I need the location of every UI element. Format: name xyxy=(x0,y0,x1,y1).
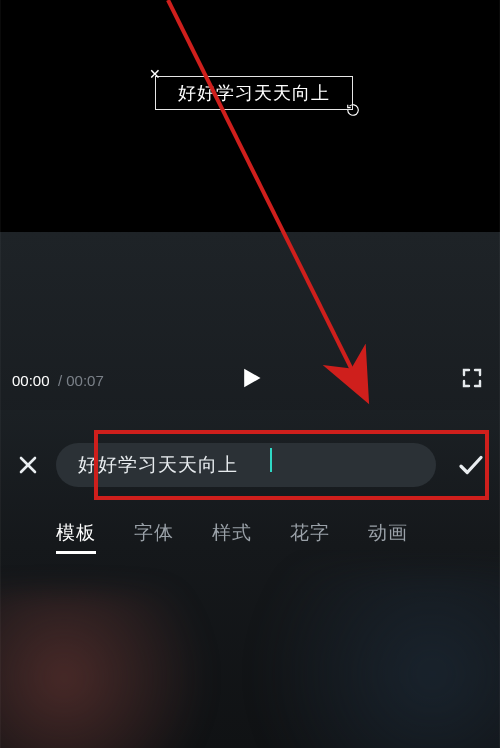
text-input-row xyxy=(0,438,500,492)
video-preview[interactable]: 好好学习天天向上 ✕ xyxy=(0,0,500,232)
tab-animation[interactable]: 动画 xyxy=(368,520,408,546)
overlay-text: 好好学习天天向上 xyxy=(178,83,330,103)
frame-edge xyxy=(0,0,1,748)
mid-panel xyxy=(0,232,500,427)
tab-font[interactable]: 字体 xyxy=(134,520,174,546)
time-separator: / xyxy=(58,372,62,389)
tab-fancy-text[interactable]: 花字 xyxy=(290,520,330,546)
panel-background xyxy=(0,550,500,748)
text-overlay-box[interactable]: 好好学习天天向上 ✕ xyxy=(155,76,353,110)
total-time: 00:07 xyxy=(66,372,104,389)
confirm-button[interactable] xyxy=(442,438,500,492)
svg-marker-0 xyxy=(244,369,260,388)
play-button[interactable] xyxy=(236,364,264,392)
text-input[interactable] xyxy=(56,443,436,487)
x-handle-icon[interactable]: ✕ xyxy=(149,67,162,81)
text-style-tabs: 模板 字体 样式 花字 动画 xyxy=(0,510,500,556)
time-display: 00:00 / 00:07 xyxy=(12,372,104,389)
rotate-handle-icon[interactable] xyxy=(346,103,360,117)
fullscreen-button[interactable] xyxy=(460,366,484,390)
close-button[interactable] xyxy=(0,438,56,492)
tab-style[interactable]: 样式 xyxy=(212,520,252,546)
tab-template[interactable]: 模板 xyxy=(56,520,96,546)
current-time: 00:00 xyxy=(12,372,50,389)
